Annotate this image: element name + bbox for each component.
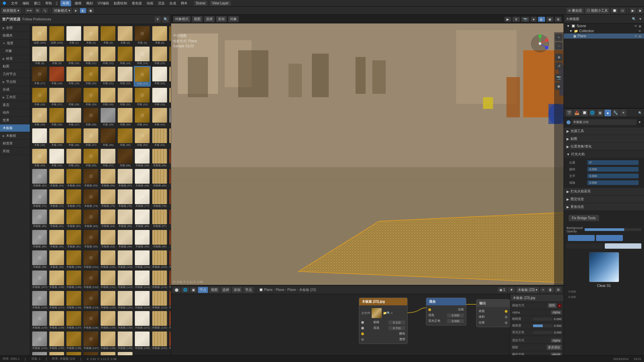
follow-prefs-btn[interactable]: Follow Preferences [22, 17, 51, 21]
asset-item[interactable]: 木板 (9) [49, 46, 65, 66]
vp-render-btn[interactable]: ▶ [504, 17, 511, 22]
cat-scene[interactable]: ▼场景 [0, 40, 30, 47]
prop-input-scale[interactable]: 0.000 [587, 180, 639, 185]
blend-input-swatch[interactable] [568, 235, 595, 241]
shader-select-colorspace[interactable]: sRGB [551, 353, 561, 356]
asset-item[interactable]: 木板板 (97) [168, 229, 171, 249]
node-editor[interactable]: 混合 法线 混色 0.500 高光正色 [171, 294, 564, 355]
asset-item[interactable]: 木板板 (118) [66, 290, 82, 310]
vp-view[interactable]: 视图 [192, 16, 203, 22]
asset-item[interactable]: ⚙木板 (29) [83, 87, 99, 107]
asset-item[interactable]: ⚙木板 (14) [134, 46, 151, 66]
asset-item[interactable]: 木板 (31) [117, 87, 133, 107]
asset-item[interactable]: 木板 (6) [151, 25, 168, 45]
asset-item[interactable]: 木板板 (123) [151, 290, 168, 310]
asset-item[interactable]: 木板板 (66) [100, 168, 116, 188]
gizmo-btn[interactable]: ◎ 视图小工具 [585, 8, 609, 14]
bp-view-btn[interactable]: 视图 [209, 287, 219, 293]
outliner-plane-vis[interactable]: 👁 [634, 35, 637, 38]
outliner-render-vis[interactable]: ◉ [639, 24, 641, 28]
props-search-btn[interactable]: 🔍 [638, 111, 642, 115]
asset-item[interactable]: ⚙木板板 (65) [83, 168, 99, 188]
asset-item[interactable]: ⚙木板 (8) [32, 46, 48, 66]
mode-selector[interactable]: 材质预览 ▾ [1, 8, 21, 14]
vp-shade-solid[interactable]: ● [531, 17, 537, 22]
navigation-gizmo[interactable]: X Y Z [530, 34, 550, 54]
asset-item[interactable]: ⚙木板 (11) [83, 46, 99, 66]
outliner-plane-render[interactable]: ◉ [639, 35, 641, 38]
asset-item[interactable]: 木板板 (133) [168, 310, 171, 330]
cat-compositing[interactable]: 合成 [0, 86, 30, 94]
breadcrumb-plane1[interactable]: Plane [264, 288, 273, 292]
asset-item[interactable]: ⚙木板 (35) [32, 107, 48, 127]
snap-btn[interactable]: 🔲 [611, 8, 618, 13]
overlay-btn[interactable]: ⊕ 叠加层 [567, 8, 584, 14]
menu-item-help[interactable]: 帮助 [44, 1, 53, 6]
asset-item[interactable]: ⚙木板板 (101) [83, 250, 99, 269]
asset-item[interactable]: 木板 (46) [66, 128, 82, 147]
asset-item[interactable]: ⚙木板板 (77) [134, 189, 151, 208]
asset-item[interactable]: 木板 (24) [151, 66, 168, 86]
asset-item[interactable]: 木板板 (82) [66, 209, 82, 229]
asset-item[interactable]: 木板板 (76) [117, 189, 133, 208]
breadcrumb-plane2[interactable]: Plane [276, 288, 284, 292]
asset-item[interactable]: 木板板 (87) [151, 209, 168, 229]
prop-input-x[interactable]: 0° [587, 160, 639, 165]
asset-item[interactable]: ⚙木板板 (131) [134, 310, 151, 330]
vp-render-view[interactable]: ◉ [555, 82, 562, 90]
asset-item[interactable]: 木板板 (106) [168, 250, 171, 269]
asset-item[interactable]: 木板板 (93) [100, 229, 116, 249]
vp-shade-render[interactable]: ◉ [546, 17, 553, 22]
asset-item[interactable]: 木板板 (135) [49, 331, 65, 351]
shader-bar-normal[interactable] [533, 331, 552, 334]
asset-item[interactable]: 木板 (10) [66, 46, 82, 66]
asset-item[interactable]: ⚙木板板 (59) [134, 148, 151, 168]
asset-item[interactable]: 木板 (16) [168, 46, 171, 66]
asset-item[interactable]: ⚙木板 (38) [83, 107, 99, 127]
prop-icon-modifier[interactable]: 🔧 [612, 110, 619, 116]
prop-icon-scene[interactable]: 🔲 [581, 110, 588, 116]
vp-zoom-out[interactable]: − [555, 42, 562, 50]
asset-item[interactable]: 木板板 (61) [168, 148, 171, 168]
cat-woodboard[interactable]: 木板板 [0, 124, 30, 132]
asset-item[interactable]: 油漆 (100) [49, 25, 65, 45]
workspace-tab-modeling[interactable]: 建模 [74, 1, 83, 6]
asset-item[interactable]: 木板板 (120) [100, 290, 116, 310]
asset-item[interactable]: 木板板 (132) [151, 310, 168, 330]
prop-icon-particles[interactable]: ✦ [620, 110, 627, 116]
asset-item[interactable]: 木板板 (109) [66, 270, 82, 290]
asset-item[interactable]: 木板 (21) [100, 66, 116, 86]
outliner-visibility[interactable]: 👁 [634, 24, 637, 28]
menu-item-file[interactable]: 文件 [10, 1, 19, 6]
node-image-header[interactable]: 木板板 (23).jpg [359, 298, 407, 305]
cat-other[interactable]: 其他 [0, 147, 30, 155]
asset-item[interactable]: 木板 (37) [66, 107, 82, 127]
vp-object[interactable]: 对象 [228, 16, 239, 22]
tool-rotate[interactable]: ↻ [35, 8, 41, 13]
material-name-input[interactable]: 木板板 (23) [572, 119, 637, 125]
tool-scale[interactable]: ⤡ [42, 8, 48, 13]
asset-item[interactable]: 木板板 (111) [100, 270, 116, 290]
asset-item[interactable]: 木板板 (81) [49, 209, 65, 229]
asset-item[interactable]: 木板 (30) [100, 87, 116, 107]
breadcrumb-material[interactable]: 木板板 (23) [299, 288, 316, 292]
vp-zoom-in[interactable]: + [555, 34, 562, 41]
asset-item[interactable]: 木板 (52) [168, 128, 171, 147]
asset-item[interactable]: ⚙木板板 (92) [83, 229, 99, 249]
asset-item[interactable]: 木板 (27) [49, 87, 65, 107]
asset-item[interactable]: ⚙木板板 (128) [83, 310, 99, 330]
prop-header-transform[interactable]: ▶ 位置变换/变化 [564, 143, 644, 150]
cat-world[interactable]: 世界 [0, 117, 30, 124]
tool-move[interactable]: ⟷ [25, 8, 33, 13]
prop-header-change[interactable]: ▶ 更改信息 [564, 203, 644, 210]
menu-item-edit[interactable]: 编辑 [21, 1, 30, 6]
cat-material[interactable]: ▶材质 [0, 55, 30, 63]
node-color-light-swatch[interactable] [605, 243, 642, 249]
outliner-plane[interactable]: ▣ Plane 👁 ◉ [564, 34, 644, 39]
asset-item[interactable]: 木板板 (63) [49, 168, 65, 188]
asset-item[interactable]: 木板板 (138) [100, 331, 116, 351]
asset-item[interactable]: 木板板 (136) [66, 331, 82, 351]
vp-orbit[interactable]: ↺ [555, 62, 562, 70]
workspace-tab-compositing[interactable]: 合成 [168, 1, 177, 6]
asset-item[interactable]: 木板板 (148) [117, 351, 133, 356]
